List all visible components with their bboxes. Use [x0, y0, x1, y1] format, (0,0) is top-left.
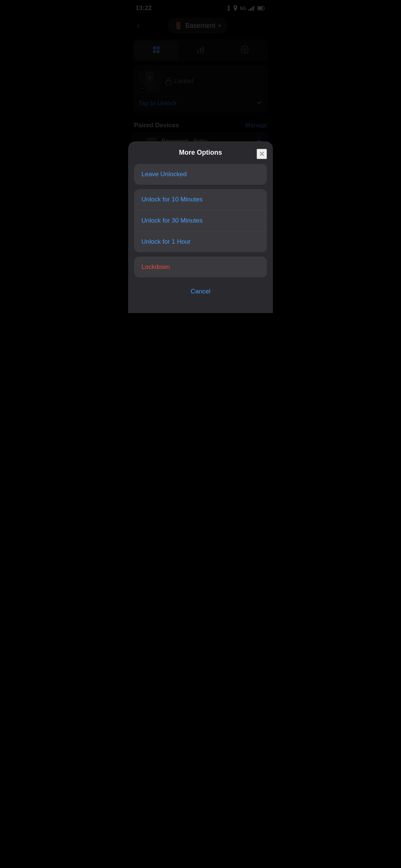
sheet-header: More Options ✕ [134, 149, 267, 157]
option-group-2: Unlock for 10 Minutes Unlock for 30 Minu… [134, 189, 267, 252]
lockdown-label: Lockdown [141, 263, 170, 270]
sheet-title: More Options [179, 149, 222, 157]
unlock-1hr-option[interactable]: Unlock for 1 Hour [134, 231, 267, 252]
unlock-10min-label: Unlock for 10 Minutes [141, 196, 202, 203]
leave-unlocked-option[interactable]: Leave Unlocked [134, 164, 267, 185]
unlock-30min-label: Unlock for 30 Minutes [141, 217, 202, 224]
unlock-1hr-label: Unlock for 1 Hour [141, 238, 190, 245]
cancel-button[interactable]: Cancel [134, 282, 267, 301]
option-group-1: Leave Unlocked [134, 164, 267, 185]
option-group-3: Lockdown [134, 257, 267, 277]
lockdown-option[interactable]: Lockdown [134, 257, 267, 277]
sheet-close-button[interactable]: ✕ [257, 149, 267, 159]
leave-unlocked-label: Leave Unlocked [141, 171, 187, 178]
bottom-sheet: More Options ✕ Leave Unlocked Unlock for… [128, 141, 273, 313]
unlock-30min-option[interactable]: Unlock for 30 Minutes [134, 210, 267, 231]
unlock-10min-option[interactable]: Unlock for 10 Minutes [134, 189, 267, 210]
